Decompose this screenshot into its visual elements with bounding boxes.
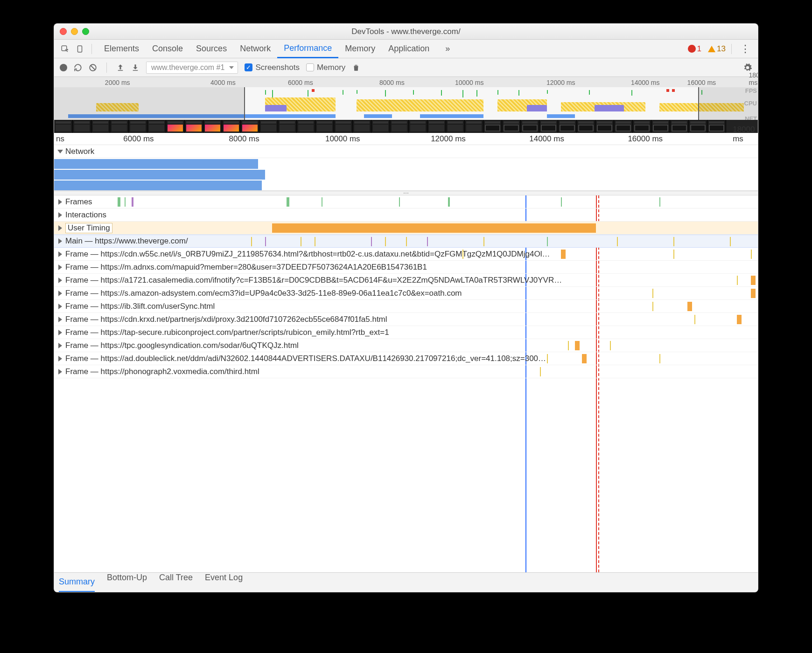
tab-application[interactable]: Application: [382, 40, 436, 58]
screenshot-thumb[interactable]: [147, 120, 166, 133]
screenshot-thumb[interactable]: [297, 120, 315, 133]
more-panels[interactable]: »: [439, 40, 456, 58]
overview-tick: 4000 ms: [210, 79, 236, 86]
frame-row[interactable]: Frame — https://ad.doubleclick.net/ddm/a…: [54, 352, 758, 365]
screenshot-thumb[interactable]: [371, 120, 390, 133]
track-network-header[interactable]: Network: [54, 145, 758, 158]
screenshot-thumb[interactable]: [110, 120, 129, 133]
frame-row[interactable]: Frame — https://s.amazon-adsystem.com/ec…: [54, 287, 758, 300]
screenshot-thumb[interactable]: [465, 120, 483, 133]
tab-sources[interactable]: Sources: [189, 40, 233, 58]
user-timing-bar[interactable]: [272, 223, 596, 233]
frame-row[interactable]: Frame — https://tpc.googlesyndication.co…: [54, 339, 758, 352]
overview-tick: 2000 ms: [105, 79, 130, 86]
record-button[interactable]: [60, 64, 67, 71]
titlebar: DevTools - www.theverge.com/: [54, 24, 758, 40]
screenshot-thumb[interactable]: [483, 120, 502, 133]
screenshot-filmstrip[interactable]: [54, 120, 758, 133]
screenshot-thumb[interactable]: [427, 120, 446, 133]
reload-icon[interactable]: [74, 63, 82, 72]
track-frames[interactable]: Frames: [54, 195, 758, 208]
track-interactions[interactable]: Interactions: [54, 208, 758, 222]
screenshot-thumb[interactable]: [390, 120, 409, 133]
screenshot-thumb[interactable]: [241, 120, 259, 133]
overview-handle-right[interactable]: [698, 87, 699, 120]
frame-row[interactable]: Frame — https://ib.3lift.com/userSync.ht…: [54, 300, 758, 313]
screenshot-thumb[interactable]: [203, 120, 222, 133]
frame-row[interactable]: Frame — https://tap-secure.rubiconprojec…: [54, 326, 758, 339]
screenshot-thumb[interactable]: [259, 120, 278, 133]
overview-body[interactable]: FPS CPU NET: [54, 87, 758, 120]
screenshot-thumb[interactable]: [595, 120, 614, 133]
chevron-right-icon: [57, 264, 63, 270]
screenshot-thumb[interactable]: [409, 120, 427, 133]
frame-row[interactable]: Frame — https://a1721.casalemedia.com/if…: [54, 274, 758, 287]
flamechart[interactable]: Frames Interactions User Timing Main — h…: [54, 195, 758, 572]
screenshot-thumb[interactable]: [689, 120, 707, 133]
details-tabs: SummaryBottom-UpCall TreeEvent Log: [54, 572, 758, 592]
chevron-right-icon: [57, 369, 63, 375]
details-tab-call-tree[interactable]: Call Tree: [159, 573, 193, 592]
recording-select[interactable]: www.theverge.com #1: [146, 62, 238, 74]
pane-resize-handle[interactable]: ⋯: [54, 191, 758, 195]
screenshot-thumb[interactable]: [54, 120, 73, 133]
details-tab-summary[interactable]: Summary: [59, 573, 95, 592]
screenshot-thumb[interactable]: [651, 120, 670, 133]
screenshot-thumb[interactable]: [502, 120, 521, 133]
timeline-overview[interactable]: 2000 ms4000 ms6000 ms8000 ms10000 ms1200…: [54, 77, 758, 133]
frame-row[interactable]: Frame — https://m.adnxs.com/mapuid?membe…: [54, 261, 758, 274]
screenshot-thumb[interactable]: [315, 120, 334, 133]
upload-icon[interactable]: [116, 63, 125, 72]
tab-console[interactable]: Console: [146, 40, 189, 58]
screenshot-thumb[interactable]: [334, 120, 353, 133]
memory-checkbox[interactable]: Memory: [306, 63, 345, 72]
ruler-tick: 6000 ms: [123, 134, 154, 144]
details-tab-bottom-up[interactable]: Bottom-Up: [107, 573, 147, 592]
screenshots-checkbox[interactable]: ✓ Screenshots: [245, 63, 300, 72]
frame-row[interactable]: Frame — https://cdn.w55c.net/i/s_0RB7U9m…: [54, 248, 758, 261]
overview-handle-left[interactable]: [244, 87, 245, 120]
gear-icon[interactable]: [743, 63, 752, 72]
screenshot-thumb[interactable]: [707, 120, 726, 133]
inspect-element-icon[interactable]: [59, 43, 71, 55]
track-network-lane[interactable]: [54, 158, 758, 191]
screenshot-thumb[interactable]: [166, 120, 185, 133]
tab-memory[interactable]: Memory: [338, 40, 382, 58]
error-count[interactable]: 1: [688, 44, 701, 54]
screenshot-thumb[interactable]: [521, 120, 539, 133]
screenshot-thumb[interactable]: [539, 120, 558, 133]
screenshot-thumb[interactable]: [91, 120, 110, 133]
frame-row[interactable]: Frame — https://cdn.krxd.net/partnerjs/x…: [54, 313, 758, 326]
screenshot-thumb[interactable]: [185, 120, 203, 133]
download-icon[interactable]: [131, 63, 140, 72]
track-user-timing[interactable]: User Timing: [54, 222, 758, 235]
screenshot-thumb[interactable]: [633, 120, 651, 133]
ruler-tick: 16000 ms: [628, 134, 663, 144]
trash-icon[interactable]: [352, 63, 360, 72]
screenshot-thumb[interactable]: [73, 120, 91, 133]
screenshot-thumb[interactable]: [353, 120, 371, 133]
chevron-right-icon: [57, 330, 63, 335]
ruler-tick: 10000 ms: [325, 134, 360, 144]
overview-tick: 14000 ms: [631, 79, 659, 86]
flamechart-ruler[interactable]: ns 6000 ms8000 ms10000 ms12000 ms14000 m…: [54, 133, 758, 145]
screenshot-thumb[interactable]: [446, 120, 465, 133]
warning-count[interactable]: 13: [708, 44, 726, 54]
track-main[interactable]: Main — https://www.theverge.com/: [54, 235, 758, 248]
screenshot-thumb[interactable]: [670, 120, 689, 133]
screenshot-thumb[interactable]: [278, 120, 297, 133]
tab-performance[interactable]: Performance: [277, 40, 338, 58]
screenshot-thumb[interactable]: [614, 120, 633, 133]
screenshot-thumb[interactable]: [129, 120, 147, 133]
tab-network[interactable]: Network: [233, 40, 277, 58]
screenshot-thumb[interactable]: [558, 120, 577, 133]
kebab-menu-icon[interactable]: ⋮: [737, 43, 753, 55]
screenshot-thumb[interactable]: [577, 120, 595, 133]
screenshot-thumb[interactable]: [222, 120, 241, 133]
device-toggle-icon[interactable]: [74, 43, 86, 55]
overview-ruler: 2000 ms4000 ms6000 ms8000 ms10000 ms1200…: [54, 77, 758, 87]
clear-icon[interactable]: [89, 63, 97, 72]
tab-elements[interactable]: Elements: [98, 40, 146, 58]
frame-row[interactable]: Frame — https://phonograph2.voxmedia.com…: [54, 365, 758, 378]
details-tab-event-log[interactable]: Event Log: [205, 573, 243, 592]
